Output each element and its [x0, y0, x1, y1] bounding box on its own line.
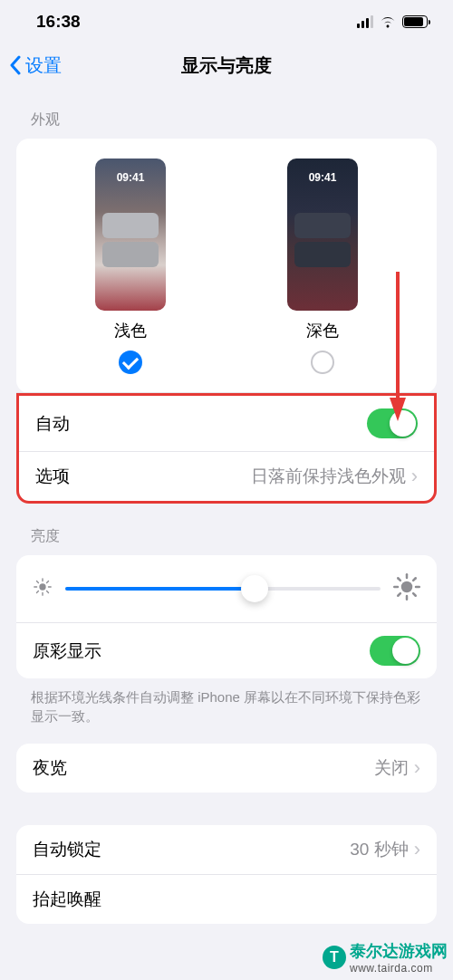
appearance-options: 09:41 浅色 09:41 深色 — [16, 139, 437, 393]
section-header-appearance: 外观 — [0, 87, 453, 139]
raise-to-wake-label: 抬起唤醒 — [33, 888, 101, 911]
auto-options-card: 自动 选项 日落前保持浅色外观 › — [16, 393, 437, 504]
section-header-brightness: 亮度 — [0, 504, 453, 555]
status-icons — [357, 15, 428, 29]
options-value: 日落前保持浅色外观 — [251, 465, 406, 488]
page-title: 显示与亮度 — [0, 53, 453, 78]
svg-line-14 — [398, 578, 400, 581]
truetone-footnote: 根据环境光线条件自动调整 iPhone 屏幕以在不同环境下保持色彩显示一致。 — [0, 678, 453, 744]
svg-line-5 — [36, 581, 38, 582]
nav-bar: 设置 显示与亮度 — [0, 43, 453, 87]
brightness-high-icon — [393, 573, 420, 604]
auto-label: 自动 — [35, 412, 70, 436]
watermark-site: 泰尔达游戏网 — [350, 942, 448, 960]
truetone-toggle[interactable] — [370, 636, 420, 666]
brightness-slider-row — [16, 555, 437, 623]
wifi-icon — [379, 15, 397, 29]
svg-line-16 — [398, 593, 400, 596]
preview-dark: 09:41 — [287, 159, 358, 311]
autolock-row[interactable]: 自动锁定 30 秒钟 › — [16, 825, 437, 874]
svg-line-15 — [413, 593, 416, 596]
nightshift-row[interactable]: 夜览 关闭 › — [16, 744, 437, 793]
svg-point-0 — [39, 583, 45, 590]
svg-line-6 — [47, 591, 49, 593]
chevron-right-icon: › — [414, 756, 420, 780]
back-label: 设置 — [25, 53, 62, 78]
brightness-slider[interactable] — [65, 575, 381, 602]
options-row[interactable]: 选项 日落前保持浅色外观 › — [19, 451, 434, 501]
autolock-card: 自动锁定 30 秒钟 › 抬起唤醒 — [16, 825, 437, 924]
status-bar: 16:38 — [0, 0, 453, 43]
svg-line-17 — [413, 578, 416, 581]
chevron-right-icon: › — [411, 465, 418, 488]
brightness-low-icon — [33, 577, 53, 600]
appearance-dark-option[interactable]: 09:41 深色 — [287, 159, 358, 374]
nightshift-value: 关闭 — [374, 756, 409, 780]
battery-icon — [402, 15, 428, 28]
options-label: 选项 — [35, 465, 70, 488]
cellular-signal-icon — [357, 15, 373, 28]
preview-time: 09:41 — [95, 171, 166, 184]
autolock-value: 30 秒钟 — [350, 838, 408, 861]
preview-time: 09:41 — [287, 171, 358, 184]
light-radio[interactable] — [119, 351, 142, 374]
svg-line-7 — [36, 591, 38, 593]
svg-point-9 — [401, 581, 413, 593]
back-button[interactable]: 设置 — [9, 53, 62, 78]
brightness-card: 原彩显示 — [16, 555, 437, 678]
auto-row: 自动 — [19, 396, 434, 451]
autolock-label: 自动锁定 — [33, 838, 101, 861]
raise-to-wake-row: 抬起唤醒 — [16, 874, 437, 924]
nightshift-card: 夜览 关闭 › — [16, 744, 437, 793]
dark-radio[interactable] — [311, 351, 334, 374]
appearance-card: 09:41 浅色 09:41 深色 — [16, 139, 437, 393]
watermark: T 泰尔达游戏网 www.tairda.com — [323, 940, 448, 975]
status-time: 16:38 — [36, 12, 81, 32]
light-label: 浅色 — [114, 320, 147, 341]
appearance-light-option[interactable]: 09:41 浅色 — [95, 159, 166, 374]
truetone-row: 原彩显示 — [16, 623, 437, 678]
watermark-logo-icon: T — [323, 946, 346, 969]
watermark-url: www.tairda.com — [350, 962, 448, 975]
chevron-left-icon — [9, 55, 22, 75]
truetone-label: 原彩显示 — [33, 639, 101, 663]
preview-light: 09:41 — [95, 159, 166, 311]
nightshift-label: 夜览 — [33, 756, 67, 780]
chevron-right-icon: › — [414, 838, 420, 861]
auto-toggle[interactable] — [367, 408, 418, 438]
dark-label: 深色 — [306, 320, 339, 341]
svg-line-8 — [47, 581, 49, 582]
